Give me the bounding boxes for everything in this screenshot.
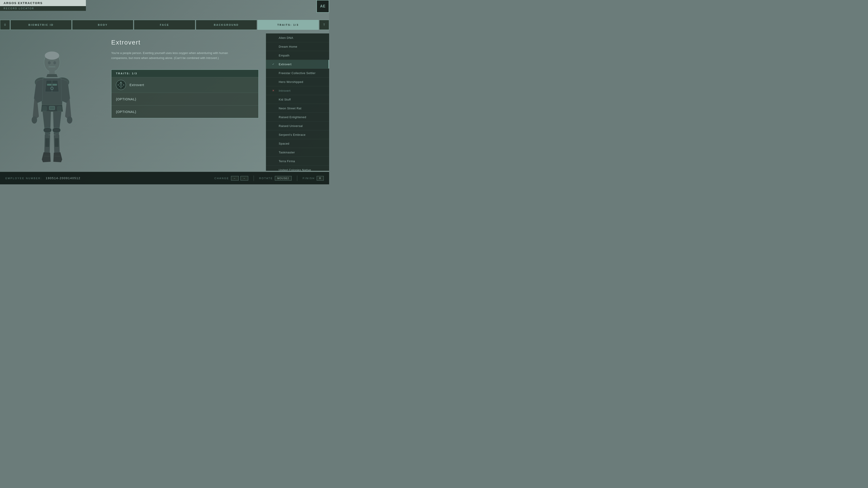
trait-slot-3-name: {OPTIONAL}	[116, 110, 136, 113]
trait-list-item-raised_universal[interactable]: Raised Universal	[266, 122, 329, 130]
change-key-left[interactable]: ←	[231, 176, 239, 181]
trait-list-item-label: Alien DNA	[279, 36, 293, 39]
no-mark	[272, 115, 275, 119]
no-mark	[272, 142, 275, 145]
trait-list-item-neon_street_rat[interactable]: Neon Street Rat	[266, 104, 329, 113]
tab-traits[interactable]: TRAITS: 1/3	[257, 20, 319, 30]
change-key-right[interactable]: →	[241, 176, 248, 181]
trait-list-item-hero_worshipped[interactable]: Hero Worshipped	[266, 77, 329, 86]
divider-2	[297, 175, 297, 181]
trait-list-item-label: Dream Home	[279, 45, 297, 48]
svg-rect-9	[47, 84, 52, 86]
no-mark	[272, 159, 275, 163]
no-mark	[272, 45, 275, 48]
bottom-bar: EMPLOYEE NUMBER: 190514-2009140512 CHANG…	[0, 172, 329, 184]
trait-slot-2[interactable]: {OPTIONAL}	[112, 93, 258, 105]
svg-point-1	[45, 52, 59, 60]
trait-list-item-label: Raised Universal	[279, 124, 303, 128]
trait-list-item-label: United Colonies Native	[279, 168, 311, 171]
trait-list-item-introvert[interactable]: ✕Introvert	[266, 86, 329, 95]
no-mark	[272, 80, 275, 84]
rotate-action: ROTATE MOUSE2	[259, 176, 291, 181]
trait-list-item-united_colonies_native[interactable]: United Colonies Native	[266, 166, 329, 171]
rotate-key[interactable]: MOUSE2	[275, 176, 291, 181]
employee-number: 190514-2009140512	[46, 176, 81, 180]
no-mark	[272, 106, 275, 110]
svg-rect-10	[53, 84, 57, 86]
character-figure	[23, 49, 81, 171]
nav-left-button[interactable]: 0	[0, 20, 10, 30]
trait-list-item-label: Freestar Collective Settler	[279, 71, 315, 75]
trait-list-item-serpents_embrace[interactable]: Serpent's Embrace	[266, 130, 329, 139]
svg-rect-15	[42, 106, 46, 111]
tab-biometric-id[interactable]: BIOMETRIC ID	[10, 20, 72, 30]
traits-box: TRAITS: 1/3	[111, 70, 258, 118]
svg-rect-14	[49, 106, 55, 110]
trait-list-item-label: Serpent's Embrace	[279, 133, 306, 136]
x-icon: ✕	[272, 89, 275, 92]
svg-rect-20	[55, 138, 59, 147]
tab-face[interactable]: FACE	[134, 20, 195, 30]
svg-rect-19	[45, 138, 49, 147]
no-mark	[272, 36, 275, 39]
trait-list-item-freestar[interactable]: Freestar Collective Settler	[266, 69, 329, 77]
no-mark	[272, 124, 275, 128]
tab-background[interactable]: BACKGROUND	[196, 20, 257, 30]
company-name: ARGOS EXTRACTORS	[0, 0, 86, 6]
trait-list-item-label: Raised Enlightened	[279, 116, 306, 119]
trait-list-item-alien_dna[interactable]: Alien DNA	[266, 33, 329, 42]
nav-tabs: 0 BIOMETRIC ID BODY FACE BACKGROUND TRAI…	[0, 20, 329, 30]
no-mark	[272, 168, 275, 171]
character-area	[0, 33, 104, 171]
no-mark	[272, 98, 275, 101]
traits-box-header: TRAITS: 1/3	[112, 70, 258, 77]
trait-list-item-empath[interactable]: Empath	[266, 51, 329, 60]
trait-slot-2-name: {OPTIONAL}	[116, 97, 136, 101]
check-icon: ✓	[272, 62, 275, 66]
no-mark	[272, 151, 275, 154]
finish-key[interactable]: R	[317, 176, 324, 181]
no-mark	[272, 133, 275, 136]
svg-point-13	[67, 116, 72, 124]
top-bar-left: ARGOS EXTRACTORS RECORD LOCATOR	[0, 0, 86, 18]
svg-rect-16	[57, 106, 61, 111]
trait-list-panel[interactable]: Alien DNADream HomeEmpath✓ExtrovertFrees…	[266, 33, 329, 171]
finish-label: FINISH	[303, 177, 315, 180]
svg-point-23	[120, 83, 122, 85]
record-locator: RECORD LOCATOR	[0, 6, 86, 11]
main-content: Extrovert You're a people person. Exerti…	[104, 33, 266, 171]
trait-list-item-label: Hero Worshipped	[279, 80, 303, 84]
nav-right-button[interactable]: T	[319, 20, 329, 30]
trait-list-item-label: Taskmaster	[279, 151, 295, 154]
trait-slot-3[interactable]: {OPTIONAL}	[112, 105, 258, 118]
trait-list-item-terra_firma[interactable]: Terra Firma	[266, 157, 329, 166]
trait-list-item-kid_stuff[interactable]: Kid Stuff	[266, 95, 329, 104]
trait-list-item-dream_home[interactable]: Dream Home	[266, 42, 329, 51]
bottom-actions: CHANGE ← → ROTATE MOUSE2 FINISH R	[214, 175, 324, 181]
selected-trait-title: Extrovert	[111, 39, 258, 46]
trait-slot-1-name: Extrovert	[129, 83, 144, 87]
finish-action: FINISH R	[303, 176, 324, 181]
svg-point-2	[48, 61, 51, 64]
trait-list-item-taskmaster[interactable]: Taskmaster	[266, 148, 329, 157]
logo-text: AE	[320, 4, 326, 8]
svg-point-12	[32, 116, 37, 124]
trait-list-item-extrovert[interactable]: ✓Extrovert	[266, 60, 329, 69]
trait-list-item-label: Kid Stuff	[279, 98, 291, 101]
trait-slot-1[interactable]: Extrovert	[112, 77, 258, 93]
trait-list-item-spaced[interactable]: Spaced	[266, 139, 329, 148]
svg-point-3	[53, 61, 56, 64]
tab-body[interactable]: BODY	[72, 20, 133, 30]
trait-list-item-label: Terra Firma	[279, 160, 295, 163]
rotate-label: ROTATE	[259, 177, 273, 180]
trait-icon-extrovert	[116, 80, 126, 90]
trait-list-item-raised_enlightened[interactable]: Raised Enlightened	[266, 113, 329, 122]
change-label: CHANGE	[214, 177, 229, 180]
svg-point-18	[53, 127, 61, 133]
no-mark	[272, 71, 275, 75]
trait-list-item-label: Empath	[279, 54, 289, 57]
trait-list-item-label: Spaced	[279, 142, 289, 145]
top-bar: ARGOS EXTRACTORS RECORD LOCATOR AE	[0, 0, 329, 18]
change-action: CHANGE ← →	[214, 176, 248, 181]
logo-box: AE	[316, 0, 329, 13]
